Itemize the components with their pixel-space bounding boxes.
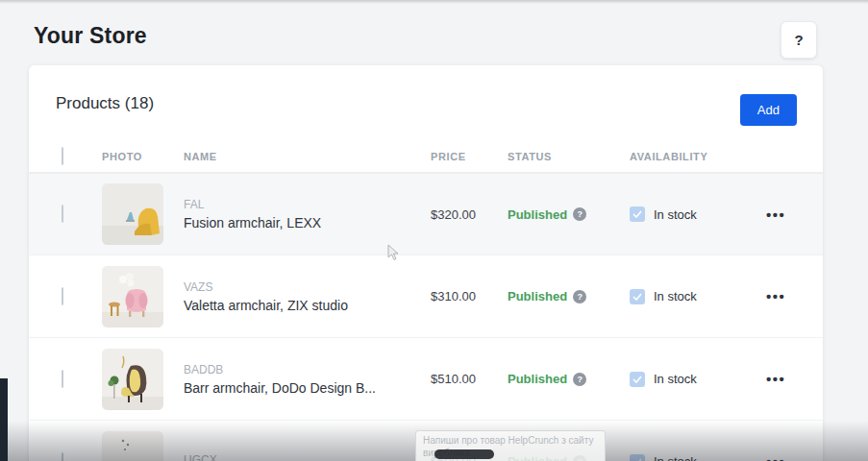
status-label: Published (508, 372, 567, 386)
in-stock-checkbox[interactable] (630, 206, 645, 222)
product-price: $320.00 (431, 207, 508, 222)
product-photo-brown-armchair (102, 349, 163, 410)
product-sku: VAZS (184, 280, 431, 294)
check-icon (632, 293, 642, 301)
product-photo-green-armchair (102, 431, 163, 461)
table-row: BADDB Barr armchair, DoDo Design B... $5… (29, 338, 823, 421)
table-header-row: PHOTO NAME PRICE STATUS AVAILABILITY (29, 140, 823, 173)
video-top-edge-artifact (0, 0, 868, 4)
column-header-availability: AVAILABILITY (630, 151, 755, 162)
page-header: Your Store (34, 23, 147, 49)
row-checkbox[interactable] (62, 370, 63, 388)
status-help-icon[interactable]: ? (573, 207, 586, 221)
availability-cell: In stock (630, 454, 755, 461)
column-header-name: NAME (184, 151, 431, 162)
product-price: $600.00 (431, 454, 508, 461)
table-row: FAL Fusion armchair, LEXX $320.00 Publis… (29, 173, 823, 255)
status-label: Published (508, 289, 567, 303)
products-card-header: Products (18) Add (29, 65, 823, 140)
product-price: $310.00 (431, 289, 508, 303)
table-row: UGCX $600.00 Published ? In stock ••• (29, 421, 823, 461)
availability-label: In stock (654, 207, 697, 222)
help-button[interactable]: ? (781, 21, 817, 59)
product-sku: UGCX (184, 453, 431, 461)
product-price: $510.00 (431, 372, 508, 386)
product-name: Valetta armchair, ZIX studio (184, 298, 431, 313)
select-all-checkbox[interactable] (62, 147, 63, 165)
status-label: Published (508, 454, 567, 461)
help-icon: ? (794, 32, 803, 48)
video-left-edge-artifact (0, 378, 8, 461)
in-stock-checkbox[interactable] (630, 454, 645, 461)
page-title: Your Store (34, 23, 147, 49)
product-sku: BADDB (184, 363, 431, 376)
products-card: Products (18) Add PHOTO NAME PRICE STATU… (29, 65, 823, 461)
product-name: Fusion armchair, LEXX (184, 215, 431, 230)
column-header-status: STATUS (508, 151, 630, 162)
row-menu-button[interactable]: ••• (755, 371, 785, 387)
check-icon (632, 458, 642, 461)
availability-label: In stock (654, 289, 697, 303)
column-header-price: PRICE (431, 151, 508, 162)
row-menu-button[interactable]: ••• (755, 206, 785, 223)
row-checkbox[interactable] (62, 287, 63, 305)
availability-cell: In stock (630, 289, 755, 304)
availability-cell: In stock (630, 372, 755, 387)
status-help-icon[interactable]: ? (573, 455, 586, 461)
column-header-photo: PHOTO (102, 151, 184, 162)
product-sku: FAL (184, 198, 431, 211)
product-photo-pink-armchair (102, 266, 163, 328)
row-checkbox[interactable] (62, 452, 63, 461)
status-cell: Published ? (508, 207, 630, 222)
status-label: Published (508, 207, 567, 222)
availability-cell: In stock (630, 206, 755, 222)
availability-label: In stock (654, 372, 697, 386)
add-product-button[interactable]: Add (740, 94, 797, 126)
product-name: Barr armchair, DoDo Design B... (184, 380, 431, 396)
row-menu-button[interactable]: ••• (755, 453, 785, 461)
product-photo-yellow-armchair (102, 183, 163, 245)
row-menu-button[interactable]: ••• (755, 288, 785, 304)
availability-label: In stock (654, 454, 697, 461)
status-cell: Published ? (508, 289, 630, 303)
status-help-icon[interactable]: ? (573, 290, 586, 303)
status-help-icon[interactable]: ? (573, 373, 586, 386)
row-checkbox[interactable] (62, 205, 63, 223)
in-stock-checkbox[interactable] (630, 289, 645, 304)
products-heading: Products (18) (56, 94, 154, 112)
table-row: VAZS Valetta armchair, ZIX studio $310.0… (29, 255, 823, 338)
check-icon (632, 376, 642, 383)
status-cell: Published ? (508, 454, 630, 461)
check-icon (632, 210, 642, 218)
status-cell: Published ? (508, 372, 630, 386)
in-stock-checkbox[interactable] (630, 372, 645, 387)
